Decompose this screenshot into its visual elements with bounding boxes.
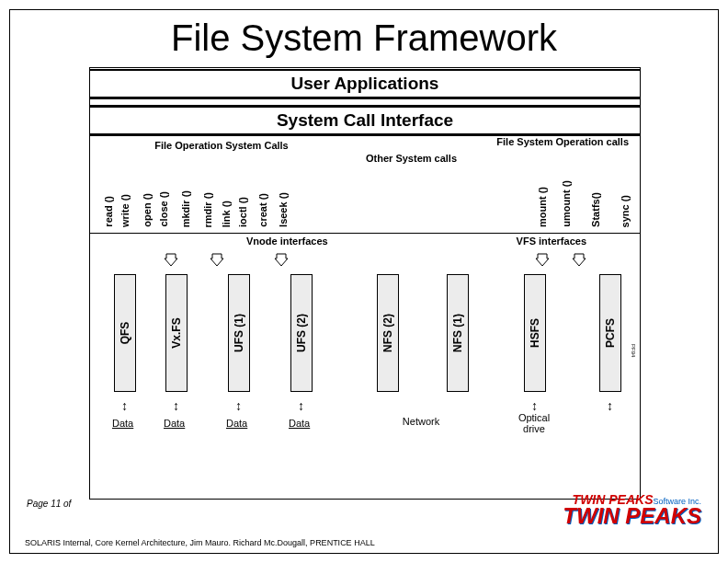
fs-vxfs: Vx.FS [165, 274, 188, 392]
call-lseek: lseek () [278, 192, 289, 227]
call-close: close () [158, 191, 169, 227]
fs-ufs1: UFS (1) [228, 274, 250, 392]
fs-pcfs: PCFS [599, 274, 621, 392]
updown-arrow-icon: ↕ [607, 399, 613, 412]
storage-data: Data [164, 418, 185, 429]
updown-arrow-icon: ↕ [121, 399, 128, 412]
call-rmdir: rmdir () [202, 192, 213, 228]
fs-nfs1: NFS (1) [447, 274, 469, 392]
fs-ufs2: UFS (2) [290, 274, 313, 392]
call-sync: sync () [620, 195, 631, 227]
call-creat: creat () [257, 193, 268, 227]
call-read: read () [103, 196, 114, 227]
arrows-row [90, 252, 640, 270]
call-mount: mount () [537, 187, 548, 227]
storage-data: Data [289, 418, 310, 429]
fs-hsfs: HSFS [524, 274, 546, 392]
label-file-sys-op-calls: File System Operation calls [496, 136, 629, 147]
slide-title: File System Framework [10, 17, 718, 59]
brand-line2: TWIN PEAKS [563, 507, 701, 525]
slide-frame: File System Framework User Applications … [9, 9, 719, 554]
label-vfs-interfaces: VFS interfaces [517, 236, 586, 247]
call-mkdir: mkdir () [180, 190, 191, 227]
diagram-box: User Applications System Call Interface … [89, 67, 641, 500]
storage-network: Network [393, 416, 449, 427]
side-marker: PF94 [631, 344, 636, 357]
fs-nfs2: NFS (2) [377, 274, 399, 392]
down-arrow-icon [572, 252, 586, 267]
footer-citation: SOLARIS Internal, Core Kernel Architectu… [25, 538, 375, 547]
filesystems-row: QFS Vx.FS UFS (1) UFS (2) NFS (2) NFS (1… [90, 270, 640, 399]
interfaces-labels: Vnode interfaces VFS interfaces [90, 234, 640, 252]
down-arrow-icon [274, 252, 289, 267]
label-other-sys-calls: Other System calls [366, 153, 457, 164]
storage-data: Data [226, 418, 247, 429]
call-ioctl: ioctl () [237, 197, 248, 227]
storage-optical: Optical drive [511, 412, 557, 434]
call-open: open () [142, 193, 153, 227]
fs-qfs: QFS [114, 274, 136, 392]
updown-arrow-icon: ↕ [173, 399, 179, 412]
updown-arrow-icon: ↕ [531, 399, 538, 412]
syscalls-row: read () write () open () close () mkdir … [90, 167, 640, 234]
storage-row: ↕ ↕ ↕ ↕ ↕ ↕ Data Data Data Data Network … [90, 399, 640, 454]
updown-arrow-icon: ↕ [235, 399, 242, 412]
call-link: link () [221, 201, 232, 227]
brand-logo: TWIN PEAKSSoftware Inc. TWIN PEAKS [563, 492, 701, 525]
storage-data: Data [112, 418, 133, 429]
page-number: Page 11 of [27, 499, 71, 509]
call-statfs: Statfs() [590, 192, 601, 227]
banner-syscall-interface: System Call Interface [90, 105, 640, 136]
down-arrow-icon [210, 252, 224, 267]
banner-user-apps: User Applications [90, 69, 640, 99]
updown-arrow-icon: ↕ [298, 399, 304, 412]
call-write: write () [119, 194, 131, 227]
call-umount: umount () [561, 180, 572, 227]
label-file-op-sys-calls: File Operation System Calls [143, 140, 300, 151]
down-arrow-icon [535, 252, 550, 267]
label-vnode-interfaces: Vnode interfaces [246, 236, 328, 247]
labels-row: File Operation System Calls File System … [90, 136, 640, 167]
down-arrow-icon [164, 252, 178, 267]
